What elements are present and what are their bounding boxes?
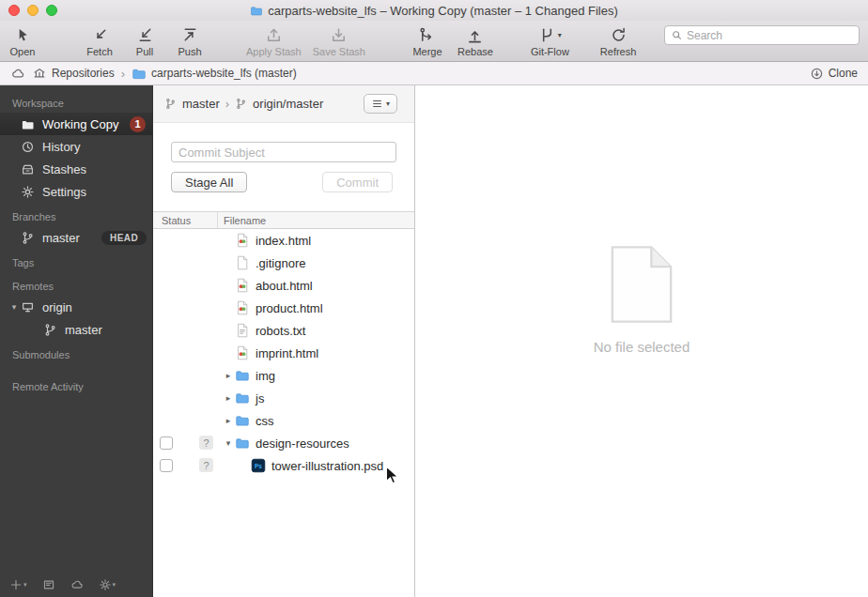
search-input[interactable] bbox=[687, 29, 853, 42]
view-options-button[interactable]: ▾ bbox=[364, 94, 397, 114]
stage-checkbox[interactable] bbox=[160, 436, 173, 450]
toolbar-group: FetchPullPush bbox=[85, 23, 205, 57]
view-toggle-button[interactable] bbox=[42, 578, 55, 591]
toolbar-icon-row bbox=[14, 25, 32, 45]
file-row-img[interactable]: ▸img bbox=[153, 364, 414, 387]
file-name-cell: index.html bbox=[218, 233, 414, 248]
sidebar-item-settings[interactable]: Settings bbox=[0, 180, 152, 203]
fetch-icon bbox=[91, 26, 109, 44]
toolbar-icon-row bbox=[418, 25, 436, 45]
commit-subject-input[interactable] bbox=[171, 142, 396, 162]
toolbar-button-label: Pull bbox=[136, 46, 153, 57]
toolbar-button-label: Fetch bbox=[86, 46, 113, 57]
disclosure-triangle[interactable]: ▾ bbox=[222, 438, 235, 448]
file-row-product-html[interactable]: product.html bbox=[153, 297, 414, 319]
toolbar-button-open[interactable]: Open bbox=[8, 23, 38, 57]
search-icon bbox=[671, 29, 683, 41]
toolbar-button-refresh[interactable]: Refresh bbox=[600, 23, 637, 57]
file-row-tower-illustration-psd[interactable]: ?Pstower-illustration.psd bbox=[153, 454, 414, 477]
file-status-cell bbox=[153, 387, 218, 409]
file-row-gitignore[interactable]: .gitignore bbox=[153, 252, 414, 274]
file-name: js bbox=[256, 391, 264, 406]
actions-button[interactable]: ▾ bbox=[99, 578, 116, 591]
chevron-down-icon: ▾ bbox=[113, 581, 116, 589]
file-status-cell: ? bbox=[153, 454, 218, 477]
commit-button: Commit bbox=[322, 172, 393, 192]
branch-separator: › bbox=[225, 97, 229, 111]
breadcrumb-current-repo[interactable]: carparts-website_lfs (master) bbox=[132, 67, 297, 81]
push-icon bbox=[181, 26, 199, 44]
sidebar-item-master[interactable]: masterHEAD bbox=[0, 226, 152, 249]
toolbar-button-label: Open bbox=[10, 46, 36, 57]
column-header-status[interactable]: Status bbox=[153, 212, 218, 228]
column-header-filename[interactable]: Filename bbox=[218, 215, 266, 226]
html-file-icon bbox=[235, 233, 250, 248]
file-row-design-resources[interactable]: ?▾design-resources bbox=[153, 432, 414, 454]
txt-file-icon bbox=[235, 323, 250, 338]
file-status-cell bbox=[153, 319, 218, 342]
file-row-index-html[interactable]: index.html bbox=[153, 229, 414, 252]
toolbar-button-rebase[interactable]: Rebase bbox=[457, 23, 493, 57]
file-row-about-html[interactable]: about.html bbox=[153, 274, 414, 297]
toolbar-button-label: Save Stash bbox=[313, 46, 365, 57]
toolbar-icon-row bbox=[610, 25, 628, 45]
file-table-header: Status Filename bbox=[153, 211, 414, 229]
disclosure-triangle[interactable]: ▸ bbox=[222, 393, 235, 403]
file-name-cell: .gitignore bbox=[218, 255, 414, 270]
open-icon bbox=[14, 26, 32, 44]
stage-checkbox[interactable] bbox=[160, 459, 173, 472]
plain-file-icon bbox=[235, 255, 250, 270]
sidebar-item-stashes[interactable]: Stashes bbox=[0, 158, 152, 180]
close-button[interactable] bbox=[8, 5, 20, 16]
file-row-js[interactable]: ▸js bbox=[153, 387, 414, 409]
toolbar-button-push[interactable]: Push bbox=[175, 23, 205, 57]
sidebar-sections: WorkspaceWorking Copy1HistoryStashesSett… bbox=[0, 89, 152, 396]
status-badge: ? bbox=[199, 458, 213, 472]
sidebar-item-label: Stashes bbox=[42, 162, 86, 176]
disclosure-triangle[interactable]: ▸ bbox=[222, 371, 235, 380]
breadcrumb-repositories[interactable]: Repositories bbox=[32, 67, 115, 81]
file-name-cell: ▸img bbox=[218, 368, 414, 383]
toolbar-group: Open bbox=[8, 23, 38, 57]
window-title: carparts-website_lfs – Working Copy (mas… bbox=[250, 4, 618, 18]
sidebar-item-master[interactable]: master bbox=[0, 318, 152, 341]
toolbar-button-git-flow[interactable]: ▾Git-Flow bbox=[531, 23, 569, 57]
window-title-text: carparts-website_lfs – Working Copy (mas… bbox=[268, 4, 618, 18]
pull-icon bbox=[136, 26, 154, 44]
zoom-button[interactable] bbox=[46, 5, 57, 16]
minimize-button[interactable] bbox=[27, 5, 39, 16]
stage-all-button[interactable]: Stage All bbox=[171, 172, 247, 192]
add-button[interactable]: ▾ bbox=[9, 578, 27, 591]
traffic-lights bbox=[8, 5, 57, 16]
disclosure-triangle[interactable]: ▸ bbox=[222, 416, 235, 425]
toolbar-button-fetch[interactable]: Fetch bbox=[85, 23, 115, 57]
cloud-button[interactable] bbox=[70, 578, 84, 591]
file-row-css[interactable]: ▸css bbox=[153, 409, 414, 432]
upstream-branch[interactable]: origin/master bbox=[253, 97, 323, 111]
toolbar-group: MergeRebase bbox=[412, 23, 493, 57]
toolbar-button-save-stash: Save Stash bbox=[313, 23, 365, 57]
file-name-cell: ▸css bbox=[218, 413, 414, 428]
commit-box bbox=[153, 123, 414, 162]
file-name-cell: ▸js bbox=[218, 390, 414, 406]
toolbar: OpenFetchPullPushApply StashSave StashMe… bbox=[0, 21, 868, 62]
sidebar-item-origin[interactable]: ▾origin bbox=[0, 296, 152, 318]
toolbar-button-merge[interactable]: Merge bbox=[412, 23, 442, 57]
cloud-icon[interactable] bbox=[10, 67, 25, 81]
clone-button[interactable]: Clone bbox=[810, 67, 858, 81]
current-branch[interactable]: master bbox=[182, 97, 220, 111]
sidebar-item-working-copy[interactable]: Working Copy1 bbox=[0, 113, 152, 135]
detail-panel: No file selected bbox=[415, 85, 868, 597]
search-field[interactable] bbox=[664, 25, 860, 45]
file-row-robots-txt[interactable]: robots.txt bbox=[153, 319, 414, 342]
branch-icon bbox=[43, 323, 57, 337]
folder-proxy-icon bbox=[250, 5, 263, 17]
toolbar-button-pull[interactable]: Pull bbox=[130, 23, 160, 57]
apply-stash-icon bbox=[265, 26, 283, 44]
disclosure-triangle[interactable]: ▾ bbox=[8, 302, 21, 312]
sidebar-item-label: Working Copy bbox=[42, 117, 118, 131]
file-row-imprint-html[interactable]: imprint.html bbox=[153, 342, 414, 364]
sidebar-item-history[interactable]: History bbox=[0, 135, 152, 158]
gitflow-icon bbox=[538, 26, 556, 44]
file-name: imprint.html bbox=[256, 346, 318, 360]
